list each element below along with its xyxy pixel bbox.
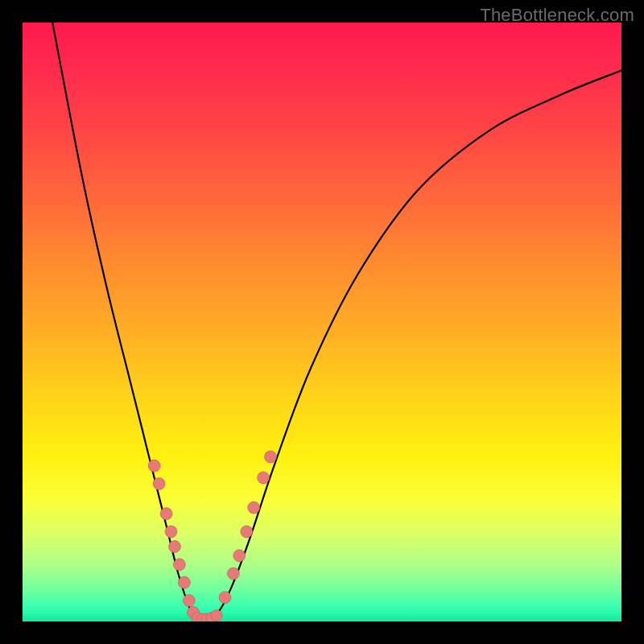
curve-dot <box>169 541 181 553</box>
curve-dot <box>227 568 239 580</box>
curve-dot <box>258 472 270 484</box>
curve-dot <box>148 460 160 472</box>
curve-dot <box>219 592 231 604</box>
curve-dot <box>196 613 208 621</box>
chart-frame: TheBottleneck.com <box>0 0 644 644</box>
curve-dot <box>160 508 172 520</box>
curve-dot <box>188 606 200 618</box>
curve-dot <box>265 451 277 463</box>
curve-dot <box>183 595 195 607</box>
curve-dot <box>233 550 246 562</box>
curve-dot <box>165 526 177 538</box>
curve-dot <box>153 477 165 489</box>
curve-dot <box>248 502 260 514</box>
curve-dot <box>241 526 253 538</box>
curve-dot <box>178 576 190 588</box>
curve-dot <box>211 610 222 621</box>
curve-dot <box>192 613 203 622</box>
curve-dot <box>201 613 213 621</box>
bottleneck-curve <box>52 23 621 621</box>
curve-svg <box>23 23 621 621</box>
curve-dot <box>173 559 185 571</box>
curve-dot <box>206 613 217 622</box>
plot-area <box>23 23 621 621</box>
curve-dots <box>148 451 276 621</box>
